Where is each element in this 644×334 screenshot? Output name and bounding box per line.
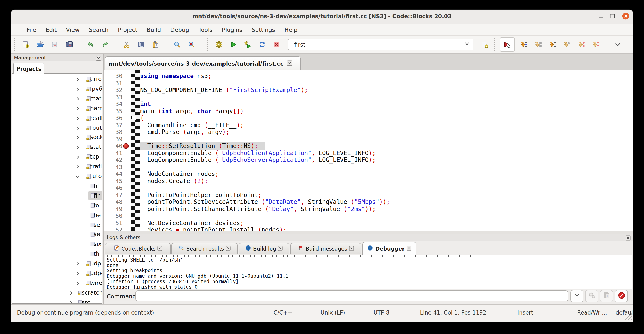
tree-item-reall[interactable]: reall <box>12 113 102 123</box>
tree-item-trafl[interactable]: trafl <box>12 161 102 171</box>
menu-project[interactable]: Project <box>113 26 142 33</box>
tree-item-six[interactable]: six <box>12 239 102 249</box>
line-number[interactable]: 38 <box>104 128 122 135</box>
tree-item-scratch[interactable]: scratch <box>12 288 102 297</box>
open-file-button[interactable] <box>35 39 46 51</box>
find-button[interactable] <box>172 39 182 51</box>
line-number[interactable]: 49 <box>104 205 122 212</box>
build-target-dropdown[interactable] <box>464 40 470 49</box>
copy-log-button[interactable] <box>600 290 613 302</box>
line-number[interactable]: 37 <box>104 121 122 128</box>
line-number[interactable]: 52 <box>104 226 122 231</box>
tree-item-he[interactable]: he <box>12 210 102 220</box>
tree-item-stat[interactable]: stat <box>12 142 102 152</box>
tree-item-erro[interactable]: erro <box>12 74 102 84</box>
tree-item-sock[interactable]: sock <box>12 132 102 142</box>
debug-continue-button[interactable] <box>500 37 515 52</box>
find-replace-button[interactable]: R <box>186 39 197 51</box>
line-number[interactable]: 30 <box>104 73 122 80</box>
line-number[interactable]: 51 <box>104 219 122 226</box>
line-number[interactable]: 41 <box>104 149 122 156</box>
paste-button[interactable] <box>150 39 161 51</box>
tree-item-nam[interactable]: nam <box>12 103 102 113</box>
logs-tab-build-messages[interactable]: Build messages <box>290 243 361 254</box>
tree-item-udp-[interactable]: udp- <box>12 268 102 278</box>
chevron-right-icon[interactable] <box>75 163 80 171</box>
line-number[interactable]: 44 <box>104 170 122 177</box>
chevron-right-icon[interactable] <box>75 115 80 123</box>
build-button[interactable] <box>214 39 224 51</box>
tree-item-src[interactable]: src <box>12 297 102 304</box>
logs-tab-search-results[interactable]: Search results <box>172 243 238 254</box>
tab-close-icon[interactable] <box>278 245 283 253</box>
tree-item-rout[interactable]: rout <box>12 123 102 132</box>
command-input[interactable] <box>136 290 568 301</box>
rebuild-button[interactable] <box>256 39 268 51</box>
breakpoint-icon[interactable] <box>123 143 129 149</box>
toolbar-grip[interactable] <box>14 38 16 51</box>
line-number[interactable]: 34 <box>104 101 122 107</box>
chevron-right-icon[interactable] <box>75 280 80 288</box>
menu-search[interactable]: Search <box>84 26 113 33</box>
chevron-right-icon[interactable] <box>75 86 80 94</box>
minimize-button[interactable] <box>598 13 605 21</box>
line-number[interactable]: 47 <box>104 191 122 198</box>
menu-debug[interactable]: Debug <box>166 26 194 33</box>
menu-settings[interactable]: Settings <box>247 26 280 33</box>
tree-item-udp[interactable]: udp <box>12 258 102 268</box>
next-instruction-button[interactable] <box>576 39 587 51</box>
line-number[interactable]: 50 <box>104 212 122 219</box>
save-all-button[interactable] <box>64 39 74 51</box>
logs-tab-code-blocks[interactable]: Code::Blocks <box>105 243 171 254</box>
chevron-right-icon[interactable] <box>75 76 80 84</box>
tree-item-fo[interactable]: fo <box>12 200 102 210</box>
run-button[interactable] <box>228 39 239 51</box>
step-into-instruction-button[interactable] <box>590 39 601 51</box>
tab-close-icon[interactable] <box>406 244 411 252</box>
chevron-right-icon[interactable] <box>75 144 80 152</box>
toolbar-grip[interactable] <box>493 38 496 51</box>
tree-item-tuto[interactable]: tuto <box>12 171 102 181</box>
tree-item-mat[interactable]: mat <box>12 94 102 103</box>
build-target-options-button[interactable] <box>479 39 490 51</box>
maximize-button[interactable] <box>608 13 616 21</box>
tree-item-fif[interactable]: fif <box>12 181 102 191</box>
tab-close-icon[interactable] <box>349 245 354 253</box>
tree-item-fir[interactable]: fir <box>12 191 102 200</box>
title-bar[interactable]: mnt/dev/tools/source/ns-3-dev/examples/t… <box>11 10 633 25</box>
menu-build[interactable]: Build <box>142 26 166 33</box>
line-number[interactable]: 33 <box>104 94 122 101</box>
menu-file[interactable]: File <box>22 26 41 33</box>
chevron-right-icon[interactable] <box>75 95 80 103</box>
build-and-run-button[interactable] <box>242 39 253 51</box>
line-number[interactable]: 43 <box>104 163 122 170</box>
chevron-right-icon[interactable] <box>75 260 80 268</box>
tree-item-wire[interactable]: wire <box>12 278 102 288</box>
line-number[interactable]: 31 <box>104 80 122 87</box>
tab-projects[interactable]: Projects <box>13 63 44 74</box>
line-number[interactable]: 36 <box>104 114 122 121</box>
close-button[interactable] <box>622 13 630 21</box>
menu-help[interactable]: Help <box>280 26 302 33</box>
copy-button[interactable] <box>136 39 146 51</box>
chevron-right-icon[interactable] <box>75 124 80 132</box>
chevron-right-icon[interactable] <box>68 299 74 304</box>
next-line-button[interactable] <box>533 39 544 51</box>
menu-plugins[interactable]: Plugins <box>217 26 247 33</box>
editor-tab-first-cc[interactable]: mnt/dev/tools/source/ns-3-dev/examples/t… <box>105 56 300 70</box>
tree-item-th[interactable]: th <box>12 249 102 258</box>
stop-debugger-button[interactable] <box>615 290 628 302</box>
save-button[interactable] <box>49 39 60 51</box>
toolbar-grip[interactable] <box>206 38 209 51</box>
build-target-combobox[interactable] <box>288 39 473 51</box>
undo-button[interactable] <box>85 39 96 51</box>
abort-build-button[interactable] <box>271 39 282 51</box>
chevron-right-icon[interactable] <box>75 134 80 142</box>
cut-button[interactable] <box>121 39 132 51</box>
management-close-button[interactable] <box>96 55 101 63</box>
line-number[interactable]: 46 <box>104 184 122 191</box>
command-history-dropdown-button[interactable] <box>570 290 584 302</box>
tree-item-se[interactable]: se <box>12 220 102 229</box>
chevron-right-icon[interactable] <box>75 105 80 113</box>
menu-tools[interactable]: Tools <box>194 26 217 33</box>
